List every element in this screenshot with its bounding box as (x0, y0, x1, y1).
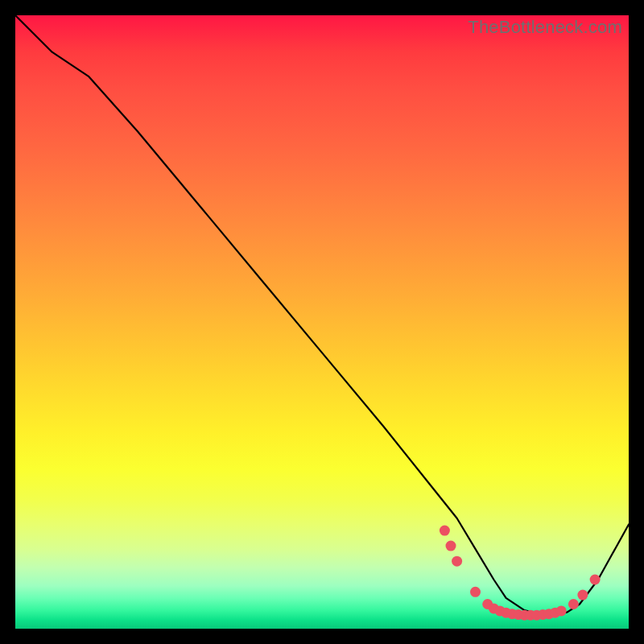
data-point-marker (446, 541, 456, 551)
data-point-marker (568, 599, 579, 609)
chart-plot-area: TheBottleneck.com (15, 15, 629, 629)
data-point-marker (556, 605, 567, 616)
data-point-marker (470, 587, 481, 597)
chart-svg (15, 15, 629, 629)
chart-frame: TheBottleneck.com (0, 0, 644, 644)
data-point-marker (590, 575, 601, 585)
data-point-marker (452, 556, 462, 567)
data-point-marker (440, 526, 450, 536)
curve-path (15, 15, 629, 615)
data-point-marker (577, 590, 588, 601)
